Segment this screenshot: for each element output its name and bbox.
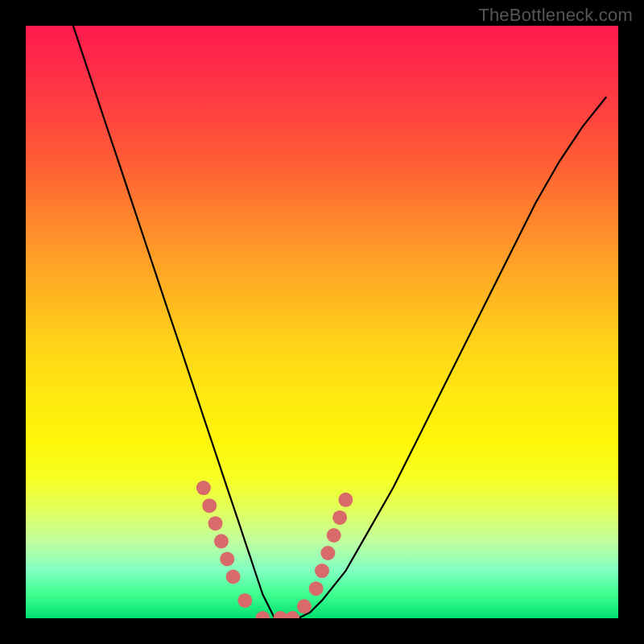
marker-dot <box>255 611 270 618</box>
highlight-markers <box>196 481 353 618</box>
marker-dot <box>320 546 335 560</box>
marker-dot <box>338 493 353 507</box>
marker-dot <box>285 611 299 618</box>
watermark-text: TheBottleneck.com <box>478 5 633 26</box>
marker-dot <box>315 564 329 578</box>
marker-dot <box>208 516 223 530</box>
marker-dot <box>214 534 229 548</box>
plot-area <box>26 26 618 618</box>
chart-frame: TheBottleneck.com <box>0 0 644 644</box>
marker-dot <box>309 581 324 596</box>
marker-dot <box>196 481 211 495</box>
curve-line <box>73 26 606 618</box>
marker-dot <box>202 498 217 513</box>
marker-dot <box>297 599 312 613</box>
marker-dot <box>327 528 341 543</box>
marker-dot <box>220 551 234 566</box>
marker-dot <box>226 570 241 584</box>
marker-dot <box>237 593 252 608</box>
marker-dot <box>332 510 347 525</box>
bottleneck-curve <box>73 26 606 618</box>
chart-svg <box>26 26 618 618</box>
